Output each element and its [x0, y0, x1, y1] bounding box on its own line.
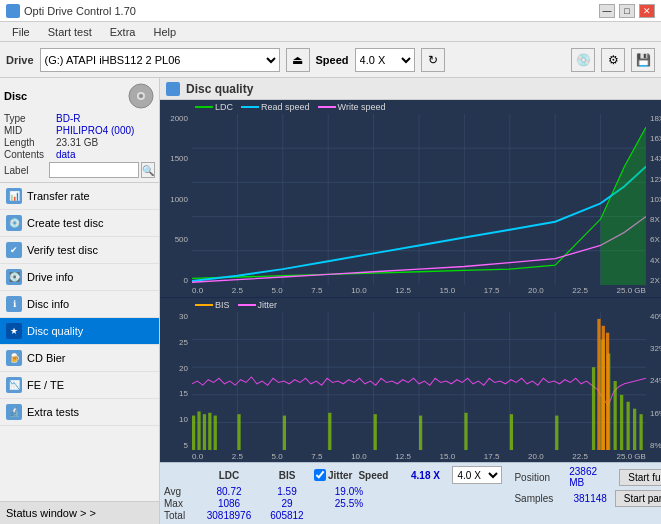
title-bar: Opti Drive Control 1.70 — □ ✕	[0, 0, 661, 22]
read-speed-label: Read speed	[261, 102, 310, 112]
menu-help[interactable]: Help	[145, 24, 184, 40]
sidebar-item-cd-bier[interactable]: 🍺 CD Bier	[0, 345, 159, 372]
disc-type-label: Type	[4, 113, 56, 124]
y-label-1500: 1500	[170, 154, 188, 163]
svg-rect-51	[639, 414, 642, 450]
disc-quality-header-icon	[166, 82, 180, 96]
bottom-chart-inner	[192, 312, 646, 450]
jitter-color	[238, 304, 256, 306]
bx-label-2-5: 2.5	[232, 452, 243, 461]
sidebar-item-extra-tests[interactable]: 🔬 Extra tests	[0, 399, 159, 426]
x-label-25: 25.0 GB	[617, 286, 646, 295]
sidebar-item-disc-info[interactable]: ℹ Disc info	[0, 291, 159, 318]
menu-start-test[interactable]: Start test	[40, 24, 100, 40]
stats-panel: LDC BIS Jitter Speed 4.18 X 4.0 X Avg 80…	[160, 462, 661, 524]
disc-label-button[interactable]: 🔍	[141, 162, 155, 178]
sidebar-item-create-test-disc[interactable]: 💿 Create test disc	[0, 210, 159, 237]
x-label-10: 10.0	[351, 286, 367, 295]
minimize-button[interactable]: —	[599, 4, 615, 18]
bx-label-12-5: 12.5	[395, 452, 411, 461]
svg-point-2	[139, 94, 143, 98]
stats-max-label: Max	[164, 498, 196, 509]
bx-label-10: 10.0	[351, 452, 367, 461]
title-bar-controls: — □ ✕	[599, 4, 655, 18]
sidebar-label-disc-info: Disc info	[27, 298, 69, 310]
bottom-chart-legend: BIS Jitter	[195, 300, 277, 310]
close-button[interactable]: ✕	[639, 4, 655, 18]
sidebar-item-fe-te[interactable]: 📉 FE / TE	[0, 372, 159, 399]
sidebar: Disc Type BD-R MID PHILIPRO4 (000) Lengt…	[0, 78, 160, 524]
disc-button[interactable]: 💿	[571, 48, 595, 72]
y-right-14x: 14X	[650, 154, 661, 163]
disc-length-row: Length 23.31 GB	[4, 137, 155, 148]
eject-button[interactable]: ⏏	[286, 48, 310, 72]
status-window-button[interactable]: Status window > >	[0, 501, 159, 524]
disc-info-icon: ℹ	[6, 296, 22, 312]
toolbar: Drive (G:) ATAPI iHBS112 2 PL06 ⏏ Speed …	[0, 42, 661, 78]
menu-extra[interactable]: Extra	[102, 24, 144, 40]
disc-icon	[127, 82, 155, 110]
svg-rect-35	[214, 415, 217, 450]
start-full-button[interactable]: Start full	[619, 469, 661, 486]
jitter-checkbox[interactable]	[314, 469, 326, 481]
verify-test-disc-icon: ✔	[6, 242, 22, 258]
stats-avg-bis: 1.59	[262, 486, 312, 497]
settings-button[interactable]: ⚙	[601, 48, 625, 72]
position-label: Position	[514, 472, 565, 483]
stats-right: Position 23862 MB Start full Samples 381…	[514, 466, 661, 507]
x-label-2-5: 2.5	[232, 286, 243, 295]
y-label-1000: 1000	[170, 195, 188, 204]
stats-speed-header: Speed	[358, 470, 398, 481]
disc-section-title: Disc	[4, 90, 27, 102]
drive-select[interactable]: (G:) ATAPI iHBS112 2 PL06	[40, 48, 280, 72]
speed-select[interactable]: 4.0 X	[355, 48, 415, 72]
svg-rect-32	[197, 411, 200, 450]
svg-rect-42	[510, 414, 513, 450]
disc-label-input[interactable]	[49, 162, 139, 178]
save-button[interactable]: 💾	[631, 48, 655, 72]
stats-total-label: Total	[164, 510, 196, 521]
y-right-6x: 6X	[650, 235, 660, 244]
write-speed-label: Write speed	[338, 102, 386, 112]
svg-rect-47	[614, 381, 617, 450]
sidebar-label-verify-test-disc: Verify test disc	[27, 244, 98, 256]
x-label-0: 0.0	[192, 286, 203, 295]
sidebar-item-drive-info[interactable]: 💽 Drive info	[0, 264, 159, 291]
y-right-8x: 8X	[650, 215, 660, 224]
y-right-10x: 10X	[650, 195, 661, 204]
bx-label-17-5: 17.5	[484, 452, 500, 461]
maximize-button[interactable]: □	[619, 4, 635, 18]
refresh-button[interactable]: ↻	[421, 48, 445, 72]
app-icon	[6, 4, 20, 18]
sidebar-item-disc-quality[interactable]: ★ Disc quality	[0, 318, 159, 345]
y-label-15: 15	[179, 389, 188, 398]
y-label-25: 25	[179, 338, 188, 347]
sidebar-item-verify-test-disc[interactable]: ✔ Verify test disc	[0, 237, 159, 264]
stats-max-row: Max 1086 29 25.5%	[164, 498, 502, 509]
stats-bis-header: BIS	[262, 470, 312, 481]
top-chart: LDC Read speed Write speed	[160, 100, 661, 298]
x-label-20: 20.0	[528, 286, 544, 295]
y-right-12x: 12X	[650, 175, 661, 184]
bx-label-20: 20.0	[528, 452, 544, 461]
bis-color	[195, 304, 213, 306]
svg-rect-43	[555, 415, 558, 450]
bottom-chart-svg	[192, 312, 646, 450]
content-header: Disc quality	[160, 78, 661, 100]
top-chart-x-axis: 0.0 2.5 5.0 7.5 10.0 12.5 15.0 17.5 20.0…	[192, 285, 646, 297]
stats-total-bis: 605812	[262, 510, 312, 521]
start-part-button[interactable]: Start part	[615, 490, 661, 507]
disc-contents-value: data	[56, 149, 155, 160]
menu-file[interactable]: File	[4, 24, 38, 40]
drive-info-icon: 💽	[6, 269, 22, 285]
svg-rect-48	[620, 395, 623, 450]
y-right-24pct: 24%	[650, 376, 661, 385]
speed-select-stats[interactable]: 4.0 X	[452, 466, 502, 484]
svg-rect-38	[328, 413, 331, 450]
fe-te-icon: 📉	[6, 377, 22, 393]
status-window-label: Status window > >	[6, 507, 96, 519]
stats-avg-label: Avg	[164, 486, 196, 497]
transfer-rate-icon: 📊	[6, 188, 22, 204]
sidebar-item-transfer-rate[interactable]: 📊 Transfer rate	[0, 183, 159, 210]
sidebar-label-cd-bier: CD Bier	[27, 352, 66, 364]
